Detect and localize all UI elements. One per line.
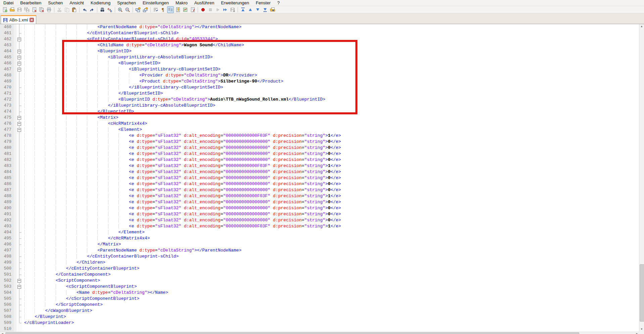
fold-margin[interactable] [16,163,22,169]
code-text[interactable]: <e d:type="sFloat32" d:alt_encoding="000… [22,163,341,169]
toolbar-sync-horizontal-scrolling-icon[interactable] [142,6,149,13]
bookmark-margin[interactable] [14,278,16,284]
code-text[interactable]: <iBlueprintLibrary-cAbsoluteBlueprintID> [22,54,213,60]
fold-margin[interactable] [16,109,22,115]
code-text[interactable]: </ContainerComponent> [22,272,110,278]
code-text[interactable]: <e d:type="sFloat32" d:alt_encoding="000… [22,175,341,181]
fold-margin[interactable] [16,247,22,254]
fold-margin[interactable] [16,175,22,181]
toolbar-macro-run-multiple-icon[interactable] [222,6,229,13]
code-text[interactable]: <Name d:type="cDeltaString"></Name> [22,290,168,296]
code-text[interactable]: <cEntityContainerBlueprint-sChild d:id="… [22,36,218,42]
fold-margin[interactable] [16,72,22,78]
bookmark-margin[interactable] [14,320,16,326]
bookmark-margin[interactable] [14,115,16,121]
menu-item-datei[interactable]: Datei [0,0,17,6]
toolbar-redo-icon[interactable] [89,6,95,13]
bookmark-margin[interactable] [14,284,16,290]
bookmark-margin[interactable] [14,30,16,36]
fold-margin[interactable] [16,78,22,85]
fold-collapse-icon[interactable] [17,116,21,120]
code-text[interactable]: </cEntityContainerBlueprint-sChild> [22,254,179,260]
toolbar-zoom-out-icon[interactable] [124,6,131,13]
toolbar-macro-play-icon[interactable] [214,6,221,13]
fold-margin[interactable] [16,85,22,91]
bookmark-margin[interactable] [14,290,16,296]
code-text[interactable]: <cHcRMatrix4x4> [22,121,147,127]
code-text[interactable]: <e d:type="sFloat32" d:alt_encoding="000… [22,205,341,211]
fold-collapse-icon[interactable] [17,38,21,41]
fold-margin[interactable] [16,302,22,308]
code-text[interactable]: <e d:type="sFloat32" d:alt_encoding="000… [22,199,341,205]
bookmark-margin[interactable] [14,163,16,169]
toolbar-close-file-icon[interactable] [31,6,38,13]
bookmark-margin[interactable] [14,223,16,229]
scroll-up-arrow-icon[interactable]: ▲ [639,24,644,29]
fold-margin[interactable] [16,181,22,187]
fold-margin[interactable] [16,241,22,247]
toolbar-collapse-all-icon[interactable] [240,6,246,13]
fold-margin[interactable] [16,133,22,139]
bookmark-margin[interactable] [14,241,16,247]
editor[interactable]: 460 <ParentNodeName d:type="cDeltaString… [0,24,639,332]
fold-collapse-icon[interactable] [17,56,21,59]
bookmark-margin[interactable] [14,42,16,48]
code-text[interactable]: </cEntityContainerBlueprint-sChild> [22,30,179,36]
scroll-left-arrow-icon[interactable]: ◄ [0,332,5,334]
fold-margin[interactable] [16,66,22,72]
bookmark-margin[interactable] [14,193,16,199]
fold-margin[interactable] [16,211,22,217]
toolbar-macro-record-icon[interactable] [200,6,206,13]
horizontal-scroll-track[interactable] [5,332,635,334]
bookmark-margin[interactable] [14,60,16,66]
bookmark-margin[interactable] [14,169,16,175]
bookmark-margin[interactable] [14,260,16,266]
fold-margin[interactable] [16,151,22,157]
code-text[interactable]: <e d:type="sFloat32" d:alt_encoding="000… [22,217,341,223]
code-text[interactable]: </iBlueprintLibrary-cBlueprintSetID> [22,85,223,91]
toolbar-undo-icon[interactable] [81,6,88,13]
code-text[interactable]: </cScriptComponentBlueprint> [22,296,139,302]
fold-collapse-icon[interactable] [17,62,21,65]
fold-margin[interactable] [16,326,22,332]
code-text[interactable]: <Element> [22,127,142,133]
code-text[interactable]: </Element> [22,229,145,235]
toolbar-unfold-current-icon[interactable] [254,6,261,13]
fold-margin[interactable] [16,314,22,320]
bookmark-margin[interactable] [14,85,16,91]
bookmark-margin[interactable] [14,175,16,181]
tab-close-icon[interactable] [30,18,34,22]
scroll-right-arrow-icon[interactable]: ► [635,332,639,334]
menu-item-sprachen[interactable]: Sprachen [114,0,139,6]
toolbar-paste-icon[interactable] [71,6,78,13]
bookmark-margin[interactable] [14,72,16,78]
horizontal-scroll-thumb[interactable] [5,332,579,334]
bookmark-margin[interactable] [14,247,16,254]
fold-margin[interactable] [16,24,22,30]
toolbar-indent-guide-icon[interactable] [167,6,174,13]
fold-margin[interactable] [16,272,22,278]
toolbar-fold-current-icon[interactable] [247,6,254,13]
fold-margin[interactable] [16,60,22,66]
code-text[interactable]: </iBlueprintLibrary-cAbsoluteBlueprintID… [22,103,215,109]
tab-abn-1-xml[interactable]: ABn-1.xml [1,15,36,24]
fold-margin[interactable] [16,320,22,326]
code-text[interactable]: <ChildName d:type="cDeltaString">Wagon S… [22,42,244,48]
fold-margin[interactable] [16,97,22,103]
code-text[interactable]: <e d:type="sFloat32" d:alt_encoding="000… [22,181,341,187]
code-text[interactable]: </cBlueprintLoader> [22,320,74,326]
vertical-scrollbar[interactable]: ▲ ▼ [639,24,644,332]
menu-item-ausfhhren[interactable]: Ausführen [191,0,217,6]
code-text[interactable]: </Matrix> [22,241,121,247]
fold-margin[interactable] [16,260,22,266]
code-text[interactable]: <Provider d:type="cDeltaString">DR</Prov… [22,72,257,78]
bookmark-margin[interactable] [14,326,16,332]
fold-collapse-icon[interactable] [17,68,21,71]
bookmark-margin[interactable] [14,36,16,42]
toolbar-document-map-icon[interactable] [182,6,189,13]
menu-item-erweiterungen[interactable]: Erweiterungen [217,0,252,6]
fold-margin[interactable] [16,157,22,163]
fold-collapse-icon[interactable] [17,50,21,53]
toolbar-macro-save-icon[interactable] [229,6,236,13]
code-text[interactable] [22,326,24,332]
